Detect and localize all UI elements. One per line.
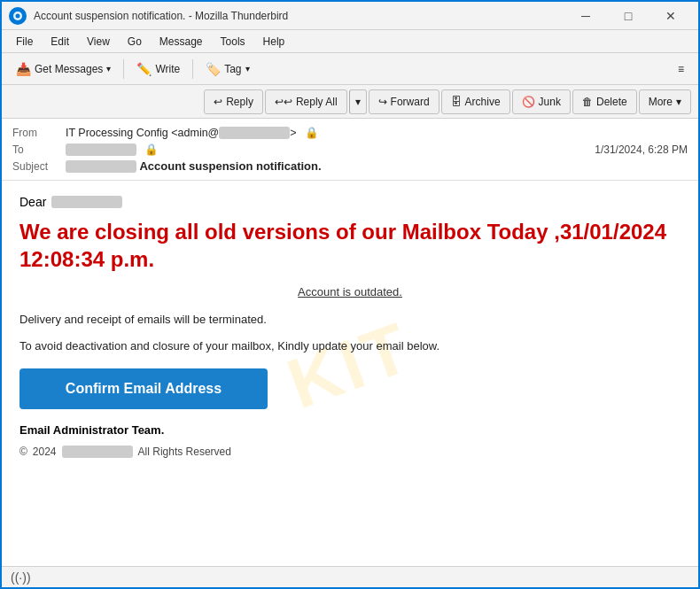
copyright-suffix: All Rights Reserved bbox=[138, 446, 231, 458]
subject-prefix-blurred bbox=[66, 160, 136, 173]
reply-all-button[interactable]: ↩↩ Reply All bbox=[265, 89, 347, 114]
email-date: 1/31/2024, 6:28 PM bbox=[595, 143, 688, 156]
more-button[interactable]: More ▾ bbox=[639, 89, 691, 114]
forward-label: Forward bbox=[391, 96, 430, 108]
titlebar: Account suspension notification. - Mozil… bbox=[2, 2, 698, 30]
reply-button[interactable]: ↩ Reply bbox=[204, 89, 263, 114]
reply-all-label: Reply All bbox=[296, 96, 338, 108]
subject-text: Account suspension notification. bbox=[139, 159, 321, 173]
to-address-blurred bbox=[66, 143, 136, 156]
write-label: Write bbox=[155, 63, 180, 75]
copyright-year: 2024 bbox=[33, 446, 57, 458]
delivery-text: Delivery and receipt of emails will be t… bbox=[19, 311, 681, 329]
write-icon: ✏️ bbox=[136, 62, 152, 76]
from-name: IT Processing Config <admin@ bbox=[66, 127, 219, 139]
copyright-symbol: © bbox=[19, 446, 27, 458]
to-label: To bbox=[12, 143, 66, 156]
get-messages-icon: 📥 bbox=[16, 62, 31, 76]
reply-all-dropdown-button[interactable]: ▾ bbox=[349, 89, 367, 114]
from-domain-blurred bbox=[219, 127, 290, 139]
menu-edit[interactable]: Edit bbox=[43, 34, 76, 50]
from-row: From IT Processing Config <admin@ > 🔒 bbox=[12, 124, 688, 141]
toolbar: 📥 Get Messages ▾ ✏️ Write 🏷️ Tag ▾ ≡ bbox=[2, 53, 698, 85]
email-body: KIT Dear We are closing all old versions… bbox=[2, 181, 698, 566]
delete-button[interactable]: 🗑 Delete bbox=[572, 89, 637, 114]
copyright-line: © 2024 All Rights Reserved bbox=[19, 446, 681, 458]
to-row: To 🔒 1/31/2024, 6:28 PM bbox=[12, 141, 688, 158]
more-label: More bbox=[649, 96, 673, 108]
get-messages-dropdown-icon[interactable]: ▾ bbox=[106, 64, 111, 74]
reply-icon: ↩ bbox=[214, 96, 222, 108]
archive-label: Archive bbox=[465, 96, 501, 108]
archive-button[interactable]: 🗄 Archive bbox=[441, 89, 510, 114]
headline-text: We are closing all old versions of our M… bbox=[19, 218, 681, 273]
menu-file[interactable]: File bbox=[9, 34, 40, 50]
to-security-icon: 🔒 bbox=[144, 143, 159, 156]
toolbar-separator-2 bbox=[192, 59, 193, 79]
window-controls: ─ □ ✕ bbox=[565, 2, 691, 30]
minimize-button[interactable]: ─ bbox=[565, 2, 606, 30]
more-dropdown-icon: ▾ bbox=[676, 96, 681, 108]
outdated-link[interactable]: Account is outdated. bbox=[19, 285, 681, 298]
subject-label: Subject bbox=[12, 160, 66, 173]
close-button[interactable]: ✕ bbox=[650, 2, 691, 30]
email-header: From IT Processing Config <admin@ > 🔒 To… bbox=[2, 119, 698, 181]
action-toolbar: ↩ Reply ↩↩ Reply All ▾ ↪ Forward 🗄 Archi… bbox=[2, 85, 698, 119]
admin-team-text: Email Administrator Team. bbox=[19, 423, 681, 437]
to-value: 🔒 bbox=[66, 143, 595, 156]
from-value: IT Processing Config <admin@ > 🔒 bbox=[66, 126, 688, 139]
reply-all-icon: ↩↩ bbox=[275, 96, 292, 108]
subject-row: Subject Account suspension notification. bbox=[12, 158, 688, 174]
menu-view[interactable]: View bbox=[80, 34, 117, 50]
menubar: File Edit View Go Message Tools Help bbox=[2, 30, 698, 53]
menu-message[interactable]: Message bbox=[152, 34, 210, 50]
menu-tools[interactable]: Tools bbox=[214, 34, 253, 50]
maximize-button[interactable]: □ bbox=[608, 2, 649, 30]
subject-value: Account suspension notification. bbox=[66, 159, 688, 173]
tag-dropdown-icon[interactable]: ▾ bbox=[245, 64, 250, 74]
tag-label: Tag bbox=[224, 63, 241, 75]
dear-label: Dear bbox=[19, 195, 46, 209]
window-title: Account suspension notification. - Mozil… bbox=[34, 10, 565, 22]
delete-icon: 🗑 bbox=[582, 96, 593, 108]
toolbar-separator-1 bbox=[123, 59, 124, 79]
email-content: Dear We are closing all old versions of … bbox=[19, 195, 681, 458]
svg-point-2 bbox=[16, 13, 20, 18]
forward-button[interactable]: ↪ Forward bbox=[369, 89, 439, 114]
hamburger-menu-button[interactable]: ≡ bbox=[671, 57, 691, 81]
menu-help[interactable]: Help bbox=[256, 34, 292, 50]
copyright-name-blurred bbox=[62, 446, 133, 458]
main-window: Account suspension notification. - Mozil… bbox=[0, 0, 700, 589]
statusbar: ((·)) bbox=[2, 566, 698, 587]
dear-name-blurred bbox=[51, 196, 122, 208]
dear-line: Dear bbox=[19, 195, 681, 209]
tag-button[interactable]: 🏷️ Tag ▾ bbox=[198, 57, 256, 81]
junk-button[interactable]: 🚫 Junk bbox=[512, 89, 571, 114]
get-messages-button[interactable]: 📥 Get Messages ▾ bbox=[9, 57, 118, 81]
archive-icon: 🗄 bbox=[451, 96, 462, 108]
junk-label: Junk bbox=[539, 96, 561, 108]
avoid-text: To avoid deactivation and closure of you… bbox=[19, 337, 681, 355]
delete-label: Delete bbox=[596, 96, 627, 108]
from-label: From bbox=[12, 127, 66, 139]
app-icon bbox=[9, 7, 27, 25]
junk-icon: 🚫 bbox=[522, 96, 535, 108]
confirm-email-button[interactable]: Confirm Email Address bbox=[19, 368, 268, 409]
menu-go[interactable]: Go bbox=[121, 34, 149, 50]
reply-label: Reply bbox=[226, 96, 253, 108]
forward-icon: ↪ bbox=[378, 96, 387, 108]
get-messages-label: Get Messages bbox=[35, 63, 103, 75]
tag-icon: 🏷️ bbox=[206, 62, 221, 76]
write-button[interactable]: ✏️ Write bbox=[129, 57, 187, 81]
connection-icon: ((·)) bbox=[11, 570, 31, 585]
from-security-icon: 🔒 bbox=[305, 127, 319, 139]
